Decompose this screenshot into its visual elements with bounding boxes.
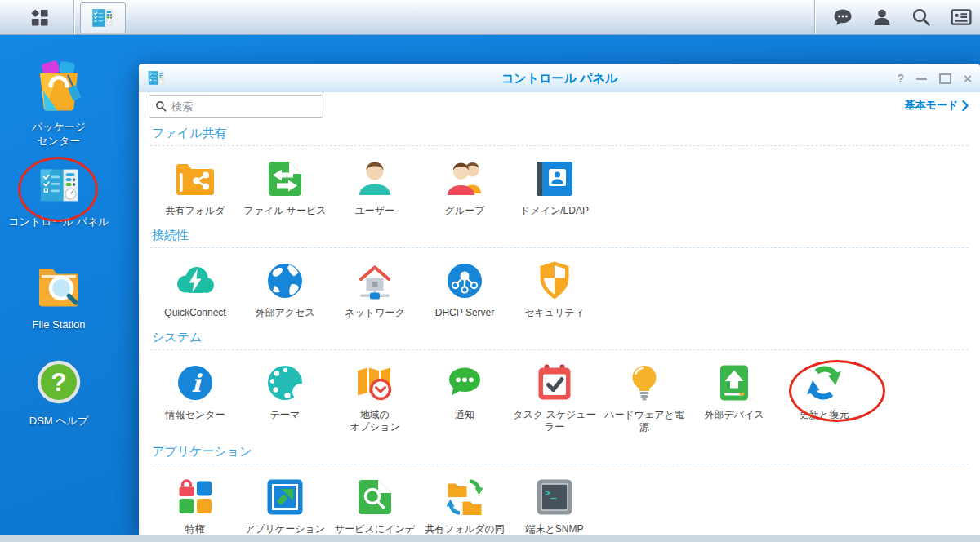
- help-button[interactable]: ?: [898, 72, 905, 85]
- item-hardware-power[interactable]: ハードウェアと電 源: [599, 360, 689, 433]
- taskbar-control-panel-button[interactable]: [80, 2, 126, 33]
- main-menu-button[interactable]: [5, 0, 74, 34]
- shortcut-label: パッケージ センター: [0, 120, 118, 148]
- file-station-icon: [33, 258, 85, 310]
- item-label: 地域の オプション: [350, 409, 399, 433]
- item-task-scheduler[interactable]: タスク スケジュー ラー: [510, 360, 599, 433]
- section-title: 接続性: [150, 222, 969, 248]
- group-icon: [442, 156, 488, 202]
- hardware-power-bulb-icon: [621, 360, 667, 406]
- shared-folder-icon: [172, 156, 218, 202]
- item-application-portal[interactable]: アプリケーション ポータル: [240, 474, 330, 535]
- basic-mode-link[interactable]: 基本モード: [904, 98, 969, 113]
- shortcut-label: File Station: [0, 318, 118, 331]
- control-panel-icon: [91, 6, 115, 30]
- item-label: 通知: [455, 409, 474, 421]
- search-icon[interactable]: [911, 7, 931, 27]
- item-label: ハードウェアと電 源: [604, 409, 684, 433]
- user-menu-icon[interactable]: [872, 7, 892, 27]
- main-menu-icon: [30, 8, 49, 27]
- search-box[interactable]: [149, 95, 323, 118]
- notifications-chat-icon[interactable]: [833, 7, 853, 27]
- taskbar-right-icons: [814, 0, 972, 34]
- taskbar: [0, 0, 980, 35]
- widgets-icon[interactable]: [951, 7, 972, 28]
- screen-bottom-strip: [0, 535, 980, 542]
- item-regional-options[interactable]: 地域の オプション: [330, 360, 420, 433]
- item-label: ネットワーク: [345, 307, 404, 319]
- item-label: セキュリティ: [524, 307, 585, 319]
- section-row: 共有フォルダ ファイル サービス ユーザー グループ: [150, 146, 969, 222]
- task-scheduler-icon: [532, 360, 577, 406]
- dhcp-server-icon: [442, 258, 488, 304]
- item-label: テーマ: [270, 409, 301, 421]
- item-group[interactable]: グループ: [420, 156, 510, 217]
- item-notification[interactable]: 通知: [420, 360, 510, 433]
- item-dhcp-server[interactable]: DHCP Server: [420, 258, 510, 319]
- item-external-devices[interactable]: 外部デバイス: [689, 360, 779, 433]
- info-center-icon: [172, 360, 218, 406]
- item-user[interactable]: ユーザー: [330, 156, 420, 217]
- item-label: 外部デバイス: [704, 409, 764, 421]
- item-quickconnect[interactable]: QuickConnect: [150, 258, 240, 319]
- item-shared-folder-sync[interactable]: 共有フォルダの同 期: [420, 474, 510, 535]
- basic-mode-label: 基本モード: [904, 98, 958, 113]
- item-theme[interactable]: テーマ: [240, 360, 330, 433]
- shortcut-dsm-help[interactable]: DSM ヘルプ: [0, 358, 118, 428]
- item-label: 情報センター: [166, 409, 225, 421]
- search-input[interactable]: [149, 96, 323, 117]
- user-icon: [352, 156, 398, 202]
- item-label: 共有フォルダ: [165, 205, 225, 217]
- item-security[interactable]: セキュリティ: [510, 258, 599, 319]
- item-label: 外部アクセス: [255, 307, 314, 319]
- privileges-icon: [172, 474, 218, 520]
- item-file-services[interactable]: ファイル サービス: [240, 156, 330, 217]
- item-label: ユーザー: [355, 205, 395, 217]
- external-devices-icon: [711, 360, 757, 406]
- chevron-right-icon: [962, 100, 969, 111]
- item-indexing-service[interactable]: サービスにインデ ックスを付けてい ます: [330, 474, 420, 535]
- item-info-center[interactable]: 情報センター: [150, 360, 240, 433]
- item-label: ファイル サービス: [243, 205, 326, 217]
- window-body: ファイル共有 共有フォルダ ファイル サービス ユーザー: [139, 120, 980, 535]
- shortcut-file-station[interactable]: File Station: [0, 258, 118, 331]
- maximize-button[interactable]: [939, 73, 951, 84]
- section-row: 特権 アプリケーション ポータル サービスにインデ ックスを付けてい ます 共有…: [150, 464, 969, 535]
- section-title: システム: [150, 324, 969, 350]
- dsm-help-icon: [34, 358, 83, 406]
- section-file-sharing: ファイル共有 共有フォルダ ファイル サービス ユーザー: [150, 120, 969, 222]
- item-shared-folder[interactable]: 共有フォルダ: [150, 156, 240, 217]
- item-label: 端末とSNMP: [526, 523, 584, 535]
- item-label: DHCP Server: [435, 307, 494, 319]
- quickconnect-icon: [172, 258, 218, 304]
- minimize-button[interactable]: [916, 78, 927, 80]
- item-label: アプリケーション ポータル: [245, 523, 325, 535]
- window-titlebar[interactable]: コントロール パネル ? ×: [139, 64, 980, 92]
- item-label: QuickConnect: [164, 307, 225, 319]
- item-terminal-snmp[interactable]: 端末とSNMP: [510, 474, 599, 535]
- item-domain-ldap[interactable]: ドメイン/LDAP: [510, 156, 599, 217]
- application-portal-icon: [262, 474, 308, 520]
- shared-folder-sync-icon: [442, 474, 488, 520]
- item-label: 共有フォルダの同 期: [425, 523, 504, 535]
- shortcut-package-center[interactable]: パッケージ センター: [0, 60, 118, 148]
- notification-bubble-icon: [442, 360, 488, 406]
- close-button[interactable]: ×: [964, 72, 972, 86]
- window-control-panel-icon: [147, 69, 166, 87]
- window-controls: ? ×: [898, 64, 973, 92]
- item-network[interactable]: ネットワーク: [330, 258, 420, 319]
- section-row: QuickConnect 外部アクセス ネットワーク DHCP Server: [150, 248, 969, 324]
- section-title: ファイル共有: [150, 120, 969, 146]
- desktop: パッケージ センター コントロール パネル File Station DSM ヘ…: [0, 0, 980, 542]
- domain-ldap-icon: [532, 156, 577, 202]
- control-panel-window: コントロール パネル ? × 基本モード: [139, 64, 980, 535]
- annotation-circle-control-panel: [18, 157, 98, 222]
- window-toolbar: 基本モード: [139, 92, 980, 120]
- shortcut-label: DSM ヘルプ: [0, 414, 118, 428]
- item-privileges[interactable]: 特権: [150, 474, 240, 535]
- item-label: グループ: [445, 205, 485, 217]
- item-external-access[interactable]: 外部アクセス: [240, 258, 330, 319]
- external-access-globe-icon: [262, 258, 308, 304]
- file-services-icon: [262, 156, 308, 202]
- item-label: 特権: [185, 523, 205, 535]
